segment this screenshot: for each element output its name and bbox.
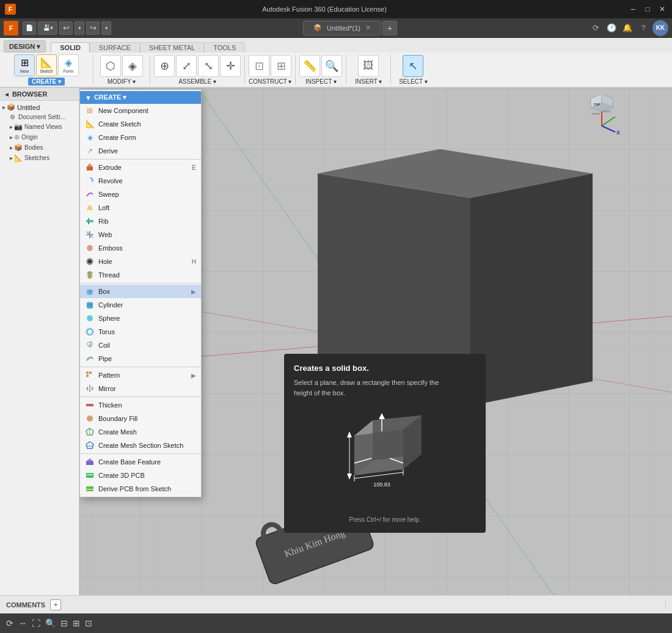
zoom-btn[interactable]: 🔍 — [44, 617, 57, 629]
menu-item-extrude[interactable]: Extrude E — [80, 161, 201, 174]
menu-item-create-form[interactable]: ◈ Create Form — [80, 131, 201, 144]
notifications-btn[interactable]: 🔔 — [621, 21, 634, 35]
canvas-area[interactable]: Khiu Kim Hong Z X — [79, 88, 672, 595]
menu-item-create-mesh[interactable]: Create Mesh — [80, 425, 201, 439]
menu-item-revolve[interactable]: Revolve — [80, 174, 201, 188]
inspect-btn-2[interactable]: 🔍 — [321, 55, 342, 77]
modify-group-label[interactable]: MODIFY ▾ — [108, 78, 136, 85]
select-group-label[interactable]: SELECT ▾ — [399, 78, 428, 85]
display-settings-btn[interactable]: ⊡ — [84, 617, 93, 629]
axis-indicator[interactable]: Z X TOP FRONT RIGHT — [574, 95, 629, 150]
tree-item-bodies[interactable]: ▸ 📦 Bodies — [0, 142, 79, 153]
inspect-btn-1[interactable]: 📏 — [299, 55, 320, 77]
pan-btn[interactable]: ↔ — [17, 617, 28, 629]
menu-item-derive[interactable]: ↗ Derive — [80, 144, 201, 158]
create-group: ⊞ New 📐 Sketch ◈ Form CREATE ▾ — [4, 54, 89, 86]
menu-item-box[interactable]: Box ▶ — [80, 285, 201, 298]
svg-rect-29 — [86, 220, 93, 222]
assemble-btn-1[interactable]: ⊕ — [154, 55, 175, 77]
assemble-group-label[interactable]: ASSEMBLE ▾ — [178, 78, 216, 85]
new-component-btn[interactable]: ⊞ New — [14, 54, 35, 76]
undo-dropdown-btn[interactable]: ▾ — [75, 21, 84, 35]
menu-item-loft[interactable]: Loft — [80, 201, 201, 214]
redo-dropdown-btn[interactable]: ▾ — [101, 21, 111, 35]
menu-item-pipe[interactable]: Pipe — [80, 352, 201, 365]
grid-btn[interactable]: ⊞ — [71, 617, 81, 629]
close-btn[interactable]: ✕ — [657, 4, 667, 14]
menu-item-create-base-feature[interactable]: Create Base Feature — [80, 455, 201, 469]
new-tab-btn[interactable]: + — [382, 21, 397, 35]
user-avatar[interactable]: KK — [652, 20, 668, 36]
history-btn[interactable]: 🕐 — [605, 21, 618, 35]
menu-item-rib[interactable]: Rib — [80, 214, 201, 228]
menu-item-emboss[interactable]: Emboss — [80, 241, 201, 255]
undo-btn[interactable]: ↩ — [59, 21, 73, 35]
redo-btn[interactable]: ↪ — [86, 21, 100, 35]
menu-item-mesh-section-sketch[interactable]: Create Mesh Section Sketch — [80, 439, 201, 452]
menu-item-thread[interactable]: Thread — [80, 268, 201, 282]
help-btn[interactable]: ? — [637, 21, 650, 35]
menu-item-sweep[interactable]: Sweep — [80, 188, 201, 201]
menu-item-coil[interactable]: Coil — [80, 338, 201, 352]
new-btn[interactable]: 📄 — [23, 21, 36, 35]
assemble-btn-4[interactable]: ✛ — [220, 55, 241, 77]
construct-btn-1[interactable]: ⊡ — [249, 55, 269, 77]
insert-btn-1[interactable]: 🖼 — [358, 55, 379, 77]
sidebar: ◄ BROWSER ▸ 📦 Untitled ⚙ Document Settin… — [0, 88, 79, 595]
sidebar-header[interactable]: ◄ BROWSER — [0, 88, 79, 101]
view-mode-btn[interactable]: ⊟ — [59, 617, 69, 629]
svg-marker-55 — [86, 386, 88, 391]
tree-item-doc-settings[interactable]: ⚙ Document Settings — [0, 112, 79, 122]
tree-item-sketches[interactable]: ▸ 📐 Sketches — [0, 153, 79, 163]
comments-add-btn[interactable]: + — [50, 599, 61, 610]
design-dropdown[interactable]: DESIGN ▾ — [4, 40, 46, 53]
tab-tools[interactable]: TOOLS — [204, 42, 245, 53]
file-tab[interactable]: 📦 Untitled*(1) ✕ — [303, 21, 381, 35]
select-btn-1[interactable]: ↖ — [403, 55, 423, 77]
menu-item-boundary-fill[interactable]: Boundary Fill — [80, 412, 201, 425]
create-dropdown-menu[interactable]: ▼CREATE ▾ ⊞ New Component 📐 Create Sketc… — [79, 89, 202, 497]
tree-item-named-views[interactable]: ▸ 📷 Named Views — [0, 122, 79, 132]
create-form-btn[interactable]: ◈ Form — [58, 54, 79, 76]
minimize-btn[interactable]: − — [628, 4, 638, 14]
menu-item-hole[interactable]: Hole H — [80, 255, 201, 268]
create-sketch-btn[interactable]: 📐 Sketch — [36, 54, 57, 76]
sidebar-title: BROWSER — [12, 90, 47, 98]
browser-tree: ▸ 📦 Untitled ⚙ Document Settings ▸ 📷 Nam… — [0, 101, 79, 595]
menu-item-torus[interactable]: Torus — [80, 325, 201, 338]
tab-solid[interactable]: SOLID — [51, 42, 90, 53]
construct-group-label[interactable]: CONSTRUCT ▾ — [249, 78, 291, 85]
menu-item-mirror[interactable]: Mirror — [80, 382, 201, 395]
assemble-btn-2[interactable]: ⤢ — [176, 55, 197, 77]
orbit-btn[interactable]: ⟳ — [5, 617, 15, 629]
menu-item-new-component[interactable]: ⊞ New Component — [80, 104, 201, 117]
menu-item-web[interactable]: Web — [80, 228, 201, 241]
menu-item-pattern[interactable]: Pattern ▶ — [80, 368, 201, 382]
assemble-btn-3[interactable]: ⤡ — [198, 55, 219, 77]
menu-item-cylinder[interactable]: Cylinder — [80, 298, 201, 312]
status-bar: ⟳ ↔ ⛶ 🔍 ⊟ ⊞ ⊡ — [0, 613, 672, 633]
modify-btn-2[interactable]: ◈ — [122, 55, 143, 77]
save-dropdown-btn[interactable]: 💾▾ — [38, 21, 57, 35]
svg-point-48 — [87, 306, 93, 309]
fit-btn[interactable]: ⛶ — [31, 617, 42, 629]
menu-item-thicken[interactable]: Thicken — [80, 398, 201, 412]
tree-item-origin[interactable]: ▸ ⊕ Origin — [0, 132, 79, 142]
app-logo-btn[interactable]: F — [4, 21, 18, 35]
derive-icon: ↗ — [85, 146, 95, 156]
menu-item-create-3d-pcb[interactable]: Create 3D PCB — [80, 469, 201, 482]
modify-btn-1[interactable]: ⬡ — [100, 55, 121, 77]
tab-surface[interactable]: SURFACE — [90, 42, 140, 53]
create-group-label[interactable]: CREATE ▾ — [28, 78, 65, 86]
construct-btn-2[interactable]: ⊞ — [271, 55, 291, 77]
insert-group-label[interactable]: INSERT ▾ — [355, 78, 382, 85]
inspect-group-label[interactable]: INSPECT ▾ — [305, 78, 337, 85]
maximize-btn[interactable]: □ — [643, 4, 652, 14]
menu-item-derive-pcb[interactable]: Derive PCB from Sketch — [80, 482, 201, 496]
file-close-icon[interactable]: ✕ — [365, 24, 371, 32]
menu-item-create-sketch[interactable]: 📐 Create Sketch — [80, 117, 201, 131]
menu-item-sphere[interactable]: Sphere — [80, 312, 201, 325]
tab-sheet-metal[interactable]: SHEET METAL — [140, 42, 204, 53]
refresh-btn[interactable]: ⟳ — [589, 21, 602, 35]
tree-item-root[interactable]: ▸ 📦 Untitled — [0, 102, 79, 112]
